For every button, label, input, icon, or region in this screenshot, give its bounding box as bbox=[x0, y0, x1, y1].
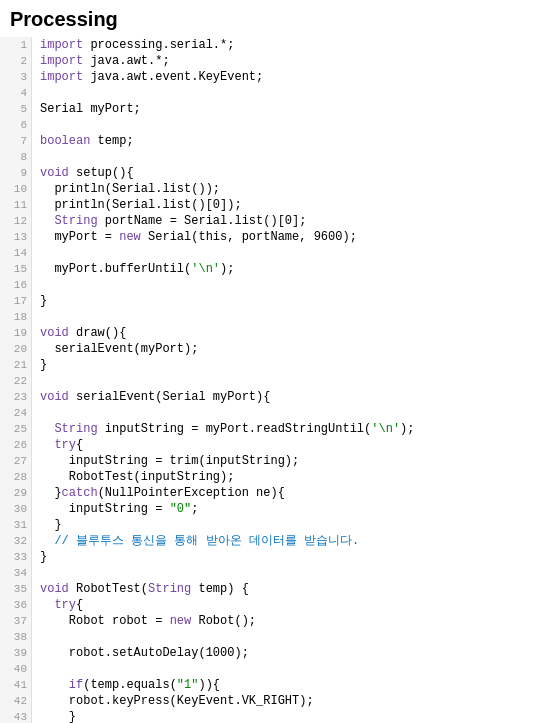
code-line: Serial myPort; bbox=[40, 101, 532, 117]
code-line bbox=[40, 629, 532, 645]
code-line: import java.awt.event.KeyEvent; bbox=[40, 69, 532, 85]
line-number: 34 bbox=[4, 565, 27, 581]
code-line: robot.setAutoDelay(1000); bbox=[40, 645, 532, 661]
line-number: 19 bbox=[4, 325, 27, 341]
code-line: Robot robot = new Robot(); bbox=[40, 613, 532, 629]
page-title: Processing bbox=[0, 0, 540, 37]
code-line: RobotTest(inputString); bbox=[40, 469, 532, 485]
code-line bbox=[40, 405, 532, 421]
line-number: 39 bbox=[4, 645, 27, 661]
code-line: } bbox=[40, 357, 532, 373]
code-line: inputString = "0"; bbox=[40, 501, 532, 517]
line-number: 12 bbox=[4, 213, 27, 229]
line-number: 14 bbox=[4, 245, 27, 261]
code-line: robot.keyPress(KeyEvent.VK_RIGHT); bbox=[40, 693, 532, 709]
code-line: // 블루투스 통신을 통해 받아온 데이터를 받습니다. bbox=[40, 533, 532, 549]
code-line: } bbox=[40, 517, 532, 533]
line-number: 8 bbox=[4, 149, 27, 165]
line-number: 25 bbox=[4, 421, 27, 437]
code-line: boolean temp; bbox=[40, 133, 532, 149]
code-line bbox=[40, 149, 532, 165]
code-line: serialEvent(myPort); bbox=[40, 341, 532, 357]
code-line: } bbox=[40, 709, 532, 723]
code-line bbox=[40, 373, 532, 389]
line-number: 28 bbox=[4, 469, 27, 485]
line-number: 7 bbox=[4, 133, 27, 149]
line-number: 42 bbox=[4, 693, 27, 709]
code-line: try{ bbox=[40, 437, 532, 453]
code-line: } bbox=[40, 549, 532, 565]
line-number: 40 bbox=[4, 661, 27, 677]
line-number: 32 bbox=[4, 533, 27, 549]
code-line bbox=[40, 661, 532, 677]
code-line: if(temp.equals("1")){ bbox=[40, 677, 532, 693]
line-number: 2 bbox=[4, 53, 27, 69]
line-number: 4 bbox=[4, 85, 27, 101]
line-number: 1 bbox=[4, 37, 27, 53]
line-number: 5 bbox=[4, 101, 27, 117]
line-number: 9 bbox=[4, 165, 27, 181]
line-number: 20 bbox=[4, 341, 27, 357]
line-number: 23 bbox=[4, 389, 27, 405]
line-number: 43 bbox=[4, 709, 27, 723]
line-number: 17 bbox=[4, 293, 27, 309]
line-number: 35 bbox=[4, 581, 27, 597]
code-line: }catch(NullPointerException ne){ bbox=[40, 485, 532, 501]
code-editor: 1234567891011121314151617181920212223242… bbox=[0, 37, 540, 723]
line-number: 21 bbox=[4, 357, 27, 373]
line-number: 16 bbox=[4, 277, 27, 293]
code-line bbox=[40, 245, 532, 261]
code-line: void RobotTest(String temp) { bbox=[40, 581, 532, 597]
line-number: 41 bbox=[4, 677, 27, 693]
code-line: try{ bbox=[40, 597, 532, 613]
code-line: myPort = new Serial(this, portName, 9600… bbox=[40, 229, 532, 245]
line-number: 38 bbox=[4, 629, 27, 645]
line-number: 26 bbox=[4, 437, 27, 453]
code-line: void draw(){ bbox=[40, 325, 532, 341]
code-line: void serialEvent(Serial myPort){ bbox=[40, 389, 532, 405]
line-number: 15 bbox=[4, 261, 27, 277]
line-number: 18 bbox=[4, 309, 27, 325]
code-line: println(Serial.list()[0]); bbox=[40, 197, 532, 213]
line-number: 10 bbox=[4, 181, 27, 197]
code-line: String portName = Serial.list()[0]; bbox=[40, 213, 532, 229]
line-number: 27 bbox=[4, 453, 27, 469]
code-line bbox=[40, 117, 532, 133]
code-line bbox=[40, 277, 532, 293]
line-number: 13 bbox=[4, 229, 27, 245]
code-line: import processing.serial.*; bbox=[40, 37, 532, 53]
line-number: 29 bbox=[4, 485, 27, 501]
line-number: 31 bbox=[4, 517, 27, 533]
line-number: 24 bbox=[4, 405, 27, 421]
code-line: println(Serial.list()); bbox=[40, 181, 532, 197]
line-numbers: 1234567891011121314151617181920212223242… bbox=[0, 37, 32, 723]
code-line: myPort.bufferUntil('\n'); bbox=[40, 261, 532, 277]
line-number: 3 bbox=[4, 69, 27, 85]
line-number: 22 bbox=[4, 373, 27, 389]
line-number: 37 bbox=[4, 613, 27, 629]
line-number: 33 bbox=[4, 549, 27, 565]
line-number: 11 bbox=[4, 197, 27, 213]
code-line bbox=[40, 309, 532, 325]
line-number: 30 bbox=[4, 501, 27, 517]
code-line: import java.awt.*; bbox=[40, 53, 532, 69]
code-line: } bbox=[40, 293, 532, 309]
line-number: 6 bbox=[4, 117, 27, 133]
code-line: inputString = trim(inputString); bbox=[40, 453, 532, 469]
line-number: 36 bbox=[4, 597, 27, 613]
code-line bbox=[40, 565, 532, 581]
code-line: void setup(){ bbox=[40, 165, 532, 181]
code-line bbox=[40, 85, 532, 101]
code-content: import processing.serial.*;import java.a… bbox=[32, 37, 540, 723]
code-line: String inputString = myPort.readStringUn… bbox=[40, 421, 532, 437]
